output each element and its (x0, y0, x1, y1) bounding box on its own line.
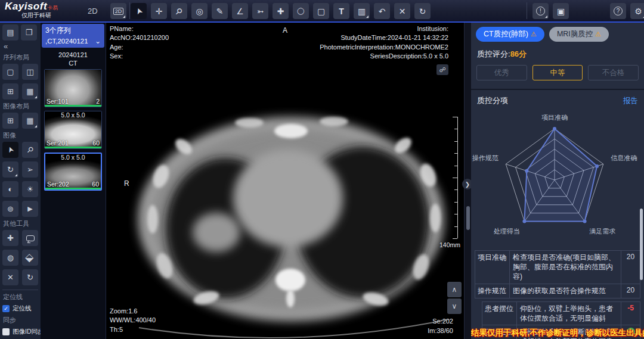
layout-2x2-button[interactable]: ⊞ (2, 83, 18, 99)
help-button[interactable]: ? (610, 3, 626, 19)
reset2-button[interactable]: ↻ (22, 269, 38, 285)
radar-axis-label: 操作规范 (472, 154, 499, 161)
checkbox-row-定位线[interactable]: ✓定位线 (2, 304, 38, 313)
zoom-in-button[interactable]: ⚲ (171, 3, 187, 19)
ai-zoom-icon: ◍ (7, 253, 14, 262)
qc-tab-CT质控(肺部)[interactable]: CT质控(肺部)⚠ (476, 27, 544, 42)
ruler-tick (454, 129, 457, 129)
qc-score-table: 项目准确检查项目是否准确(项目如脑部、胸部、腹部是否在标准的范围内容)20操作规… (475, 250, 640, 298)
ct-axial-image (106, 23, 464, 339)
probe-button[interactable]: ➳ (252, 3, 268, 19)
collapse-sidebar-button[interactable]: « (4, 42, 38, 51)
panel-scrollbar-thumb[interactable] (640, 209, 643, 280)
toolbar-left-group: 2D➤✛⚲◎✎∠➳✚◯▢T▥↶✕↻ (110, 3, 431, 19)
ai-zoom-button[interactable]: ◍ (2, 250, 18, 266)
series-thumbnail[interactable]: 5.0 x 5.0Ser:20160 (44, 111, 102, 149)
save-button[interactable]: ▣ (553, 3, 569, 19)
delete-button[interactable]: ✕ (394, 3, 410, 19)
overlay-line: Im:38/60 (428, 326, 453, 335)
pan-button[interactable]: ✛ (151, 3, 167, 19)
layout-3x3-button[interactable]: ▦ (22, 83, 38, 99)
qc-tab-label: MRI脑质控 (557, 29, 593, 39)
eraser-button[interactable]: ◪ (22, 250, 38, 266)
link-series-icon[interactable]: ☍ (436, 64, 448, 75)
grid-2x2-button[interactable]: ⊞ (2, 113, 18, 129)
pacs-viewer-app: Kayisoft卡易 仅用于科研 2D 2D➤✛⚲◎✎∠➳✚◯▢T▥↶✕↻ !▣… (0, 0, 644, 339)
thumbnail-list: 20240121CTSer:10125.0 x 5.0Ser:201605.0 … (41, 51, 106, 191)
qc-section-title: 质控分项 (477, 95, 508, 106)
grade-button-不合格[interactable]: 不合格 (588, 65, 639, 80)
pointer-button[interactable]: ➤ (131, 3, 147, 19)
scroll-up-button[interactable]: ∧ (447, 282, 462, 297)
overlay-line: WW/WL:400/40 (110, 316, 156, 325)
window-level-icon: ◎ (196, 7, 203, 16)
series-header: 3个序列 ,CT,20240121 ⌄ (42, 24, 104, 48)
grade-button-中等[interactable]: 中等 (532, 65, 583, 80)
cursor-button[interactable]: ➤ (2, 142, 18, 158)
scroll-down-button[interactable]: ∨ (447, 298, 462, 314)
zoom-in-icon: ⚲ (174, 5, 185, 17)
thumbnail-title: 5.0 x 5.0 (45, 111, 101, 119)
grade-button-优秀[interactable]: 优秀 (476, 65, 527, 80)
qc-score: 质控评分:86分 (471, 42, 644, 60)
series-select-dropdown[interactable]: ,CT,20240121 ⌄ (45, 37, 101, 45)
sidebar-section-title: 同步 (3, 316, 38, 325)
cine-play-button[interactable]: ▶ (22, 201, 38, 217)
layers-button[interactable]: ▥ (354, 3, 370, 19)
series-thumbnail[interactable]: 5.0 x 5.0Ser:20260 (44, 153, 102, 191)
warning-icon: ⚠ (531, 30, 537, 38)
checkbox[interactable]: ✓ (2, 305, 10, 312)
close-button[interactable]: ✕ (2, 269, 18, 285)
overlay-line: AccNO:2401210200 (110, 33, 169, 42)
settings-button[interactable]: ⚙ (630, 3, 644, 19)
undo-button[interactable]: ↶ (374, 3, 390, 19)
panel-report-button[interactable]: ❐ (21, 24, 37, 41)
table-row: 患者摆位仰卧位，双臂上举抱头，患者体位摆放合适，无明显偏斜-5 (482, 301, 640, 325)
thumbnail-block: 5.0 x 5.0Ser:20160 (44, 111, 102, 149)
report-link[interactable]: 报告 (623, 96, 638, 106)
contrast-button[interactable]: ◐ (2, 181, 18, 197)
crosshair-button[interactable]: ✚ (2, 230, 18, 246)
layout-1x2-icon: ◫ (26, 67, 33, 76)
qc-score-value: 86分 (510, 49, 527, 58)
layout2d-button[interactable]: 2D (110, 3, 126, 19)
brand-subtitle: 仅用于科研 (21, 11, 58, 20)
invert-icon: ⊚ (7, 204, 14, 213)
invert-button[interactable]: ⊚ (2, 201, 18, 217)
scroll-stack-button[interactable]: ➢ (22, 161, 38, 178)
thumbnail-image-count: 60 (92, 181, 99, 188)
point-button[interactable]: ✚ (273, 3, 289, 19)
layout-1x1-button[interactable]: ▢ (2, 64, 18, 80)
brightness-icon: ☀ (27, 185, 34, 194)
toolbar-separator (527, 2, 527, 19)
warning-icon: ⚠ (595, 30, 601, 38)
qc-radar-chart: 项目准确信息准确满足需求处理得当操作规范 (471, 107, 644, 249)
grid-3x3-button[interactable]: ▦ (22, 113, 38, 129)
text-button[interactable]: T (333, 3, 349, 19)
info-button[interactable]: ! (532, 3, 549, 19)
qc-score-label: 质控评分: (477, 49, 510, 58)
ruler-tick (454, 226, 457, 227)
length-button[interactable]: ✎ (212, 3, 228, 19)
window-level-button[interactable]: ◎ (191, 3, 208, 19)
sidebar-tool-grid: ⊞▦ (2, 113, 38, 129)
reset-button[interactable]: ↻ (414, 3, 431, 19)
tools-sidebar: ▤❐ « 序列布局▢◫⊞▦图像布局⊞▦图像➤⚲↻➢◐☀⊚▶其他工具✚◍◪✕↻定位… (0, 23, 41, 339)
qc-tab-MRI脑质控[interactable]: MRI脑质控⚠ (549, 27, 609, 42)
ellipse-button[interactable]: ◯ (293, 3, 309, 19)
comment-button[interactable] (22, 230, 38, 246)
brightness-button[interactable]: ☀ (22, 181, 38, 197)
series-thumbnail[interactable]: Ser:1012 (44, 69, 102, 107)
viewport-scrollbar-thumb[interactable] (466, 206, 470, 230)
rect-button[interactable]: ▢ (313, 3, 329, 19)
angle-button[interactable]: ∠ (232, 3, 248, 19)
layout-1x2-button[interactable]: ◫ (22, 64, 38, 80)
checkbox-row-图像ID同步[interactable]: 图像ID同步 (2, 328, 38, 336)
magnifier-button[interactable]: ⚲ (22, 142, 38, 158)
image-viewport[interactable]: PName:AccNO:2401210200Age:Sex: Institusi… (106, 23, 464, 339)
rotate-button[interactable]: ↻ (2, 161, 18, 178)
chevron-down-icon: ⌄ (95, 37, 101, 45)
panel-series-button[interactable]: ▤ (2, 24, 18, 41)
checkbox[interactable] (2, 328, 10, 335)
text-icon: T (339, 7, 344, 16)
